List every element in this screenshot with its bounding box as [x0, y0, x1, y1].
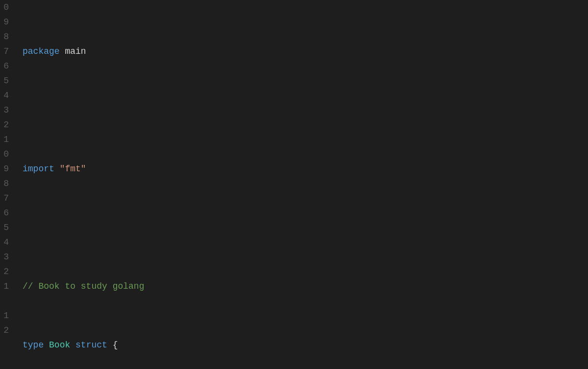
package-name: main	[65, 46, 86, 56]
line-number: 3	[0, 250, 10, 264]
code-line[interactable]: type Book struct {	[23, 338, 588, 352]
keyword-package: package	[23, 46, 60, 56]
comment: // Book to study golang	[23, 281, 144, 291]
line-number: 8	[0, 176, 10, 191]
line-number: 1	[0, 132, 10, 147]
keyword-import: import	[23, 164, 54, 174]
code-editor[interactable]: 0 9 8 7 6 5 4 3 2 1 0 9 8 7 6 5 4 3 2 1 …	[0, 0, 588, 369]
line-number: 2	[0, 117, 10, 132]
line-number: 2	[0, 323, 10, 338]
line-number: 7	[0, 44, 10, 59]
space	[54, 164, 60, 174]
code-line[interactable]	[23, 103, 588, 117]
code-line[interactable]: import "fmt"	[23, 161, 588, 176]
type-name: Book	[49, 340, 70, 350]
line-number: 9	[0, 15, 10, 29]
code-line[interactable]: // Book to study golang	[23, 279, 588, 294]
line-number-gutter: 0 9 8 7 6 5 4 3 2 1 0 9 8 7 6 5 4 3 2 1 …	[0, 0, 10, 369]
line-number: 4	[0, 88, 10, 103]
line-number: 5	[0, 73, 10, 88]
keyword-type: type	[23, 340, 44, 350]
line-number: 5	[0, 220, 10, 235]
line-number: 0	[0, 0, 10, 15]
line-number	[0, 294, 10, 308]
line-number: 1	[0, 308, 10, 323]
brace-open: {	[113, 340, 118, 350]
line-number: 8	[0, 29, 10, 44]
line-number: 2	[0, 264, 10, 279]
code-line[interactable]	[23, 220, 588, 235]
keyword-struct: struct	[75, 340, 107, 350]
line-number: 6	[0, 206, 10, 220]
line-number: 7	[0, 191, 10, 206]
line-number: 1	[0, 279, 10, 294]
code-line[interactable]: package main	[23, 44, 588, 59]
line-number: 6	[0, 59, 10, 73]
line-number: 9	[0, 161, 10, 176]
space	[60, 46, 65, 56]
code-area[interactable]: package main import "fmt" // Book to stu…	[10, 0, 588, 369]
import-path: "fmt"	[60, 164, 86, 174]
line-number: 4	[0, 235, 10, 250]
line-number: 3	[0, 103, 10, 117]
line-number: 0	[0, 147, 10, 161]
